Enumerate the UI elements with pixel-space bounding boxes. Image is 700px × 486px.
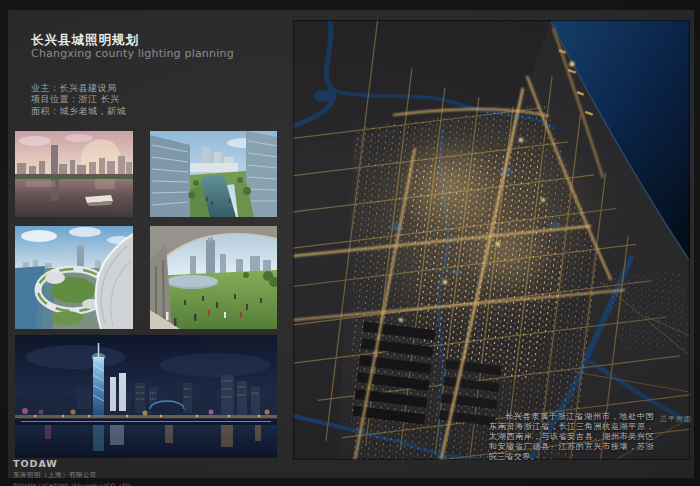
photo-river-skyline-image <box>15 131 133 217</box>
photo-night-waterfront-image <box>15 335 277 458</box>
photo-canal-buildings-image <box>150 131 277 217</box>
photo-night-waterfront <box>15 335 277 458</box>
company-footer: TODAW 东涛照明（上海）有限公司 TODAW LIGHTING (Shang… <box>13 458 131 486</box>
photo-park-canopy <box>150 226 277 329</box>
company-name-en: TODAW LIGHTING (Shanghai)CO.,LTD <box>13 482 131 486</box>
photo-park-canopy-image <box>150 226 277 329</box>
map-caption: 总平面图 <box>660 414 692 424</box>
project-info: 业主：长兴县建设局 项目位置：浙江 长兴 面积：城乡老城，新城 <box>31 83 126 117</box>
photo-aerial-complex-image <box>15 226 133 329</box>
map-description: 长兴县隶属于浙江省湖州市，地处中国东南沿海浙江省，长江三角洲杭嘉湖平原，太湖西南… <box>489 412 654 462</box>
info-owner: 业主：长兴县建设局 <box>31 83 126 94</box>
master-plan-map-image <box>293 20 690 460</box>
company-logo-text: TODAW <box>13 458 131 469</box>
company-name-cn: 东涛照明（上海）有限公司 <box>13 471 131 480</box>
master-plan-map <box>293 20 690 460</box>
photo-canal-buildings <box>150 131 277 217</box>
page-subtitle: Changxing county lighting planning <box>31 47 234 60</box>
photo-river-skyline <box>15 131 133 217</box>
info-location: 项目位置：浙江 长兴 <box>31 94 126 105</box>
presentation-sheet: 长兴县城照明规划 Changxing county lighting plann… <box>0 0 700 486</box>
photo-aerial-complex <box>15 226 133 329</box>
info-area: 面积：城乡老城，新城 <box>31 106 126 117</box>
